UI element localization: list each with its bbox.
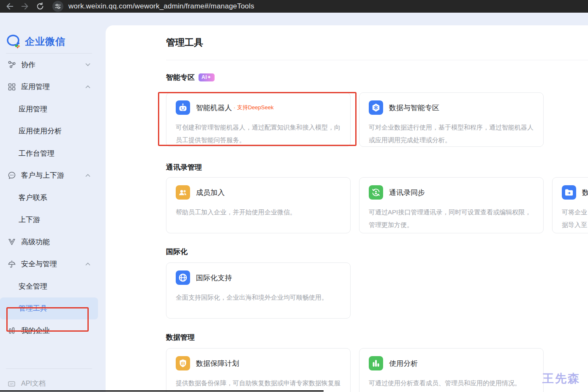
globe-icon bbox=[176, 270, 190, 285]
chevron-down-icon bbox=[85, 63, 90, 66]
sidebar-menu: 协作 应用管理 应用管理 应用使用分析 工作台管理 客户与上下游 客户联系 上下… bbox=[0, 54, 98, 342]
wework-logo: 企业微信 bbox=[6, 34, 65, 49]
site-settings-icon bbox=[54, 3, 61, 10]
browser-toolbar: work.weixin.qq.com/wework_admin/frame#/m… bbox=[0, 0, 588, 13]
bottom-edge-line bbox=[0, 390, 324, 392]
wework-logo-icon bbox=[6, 34, 22, 49]
data-import-card[interactable]: 数 可将企业 据导入至 bbox=[552, 177, 588, 233]
chevron-up-icon bbox=[85, 174, 90, 177]
sidebar-item-label: 管理工具 bbox=[19, 303, 47, 313]
sidebar-item-label: 应用使用分析 bbox=[19, 126, 62, 136]
api-doc-icon: API bbox=[8, 380, 16, 388]
sidebar-item-app-management[interactable]: 应用管理 bbox=[0, 76, 98, 98]
robot-icon bbox=[176, 100, 190, 115]
section-heading-label: 数据管理 bbox=[166, 333, 195, 342]
advanced-v-icon bbox=[8, 238, 16, 246]
card-title: 国际化支持 bbox=[196, 273, 232, 283]
card-row-internationalization: 国际化支持 全面支持国际化，企业出海和境外企业均可顺畅使用。 bbox=[166, 262, 351, 319]
chat-bubble-icon bbox=[8, 171, 16, 180]
i18n-support-card[interactable]: 国际化支持 全面支持国际化，企业出海和境外企业均可顺畅使用。 bbox=[166, 262, 351, 319]
sidebar-item-app-management-sub[interactable]: 应用管理 bbox=[0, 98, 98, 120]
sidebar-item-label: 安全与管理 bbox=[21, 259, 57, 269]
card-description: 提供数据备份保障，可自助恢复数据或申请专家数据恢复服务，全面保障企业数据 bbox=[176, 377, 341, 392]
card-title: 通讯录同步 bbox=[389, 188, 425, 197]
sidebar-item-label: 安全管理 bbox=[19, 281, 47, 291]
section-heading-data-management: 数据管理 bbox=[166, 333, 195, 342]
site-settings-button[interactable] bbox=[52, 1, 63, 12]
section-heading-label: 国际化 bbox=[166, 247, 188, 257]
sidebar-footer: API API文档 联系客服 退出 bbox=[0, 376, 98, 392]
chevron-up-icon bbox=[85, 262, 90, 266]
section-heading-ai-zone: 智能专区 AI✦ bbox=[166, 73, 215, 82]
usage-analysis-card[interactable]: 使用分析 可通过使用分析查看成员、管理员和应用的使用情况。 bbox=[359, 348, 544, 392]
sidebar-item-label: 客户联系 bbox=[19, 193, 47, 203]
page-title: 管理工具 bbox=[166, 36, 203, 49]
card-description: 可创建和管理智能机器人，通过配置知识集和接入模型，向员工提供智能问答服务。 bbox=[176, 121, 341, 146]
umbrella-icon bbox=[8, 260, 16, 268]
sidebar-item-label: 客户与上下游 bbox=[21, 170, 64, 180]
sidebar-item-collaboration[interactable]: 协作 bbox=[0, 54, 98, 76]
sidebar-item-label: 应用管理 bbox=[19, 104, 47, 114]
shield-icon bbox=[176, 356, 190, 370]
sidebar-item-label: 我的企业 bbox=[21, 326, 50, 335]
sidebar-item-label: 工作台管理 bbox=[19, 149, 54, 158]
sidebar-item-label: 协作 bbox=[21, 60, 35, 70]
sidebar-item-label: API文档 bbox=[21, 379, 46, 388]
grid-icon bbox=[8, 83, 16, 91]
deepseek-tag: · 支持DeepSeek bbox=[234, 104, 274, 111]
card-row-contacts: 成员加入 帮助员工加入企业，并开始使用企业微信。 通讯录同步 可通过API接口管… bbox=[166, 177, 588, 233]
sidebar-item-my-company[interactable]: 我的企业 bbox=[0, 319, 98, 342]
sidebar-item-customers-chain[interactable]: 客户与上下游 bbox=[0, 165, 98, 187]
section-heading-internationalization: 国际化 bbox=[166, 247, 188, 257]
sidebar-item-security-management[interactable]: 安全与管理 bbox=[0, 253, 98, 276]
data-intelligence-card[interactable]: 数据与智能专区 可对企业数据进行使用，基于模型和程序，通过智能机器人或应用调用完… bbox=[359, 92, 544, 147]
chevron-up-icon bbox=[85, 85, 90, 89]
sync-contacts-icon bbox=[369, 185, 383, 200]
card-title: 数据保障计划 bbox=[196, 359, 239, 368]
sidebar-item-app-usage-analysis[interactable]: 应用使用分析 bbox=[0, 120, 98, 143]
data-protection-card[interactable]: 数据保障计划 提供数据备份保障，可自助恢复数据或申请专家数据恢复服务，全面保障企… bbox=[166, 348, 351, 392]
reload-icon[interactable] bbox=[35, 2, 45, 11]
sidebar-item-label: 上下游 bbox=[19, 215, 40, 224]
member-join-card[interactable]: 成员加入 帮助员工加入企业，并开始使用企业微信。 bbox=[166, 177, 351, 233]
card-description: 可对企业数据进行使用，基于模型和程序，通过智能机器人或应用调用完成处理或分析。 bbox=[369, 121, 534, 146]
sidebar-item-security-admin[interactable]: 安全管理 bbox=[0, 275, 98, 297]
address-bar[interactable]: work.weixin.qq.com/wework_admin/frame#/m… bbox=[68, 2, 254, 11]
smart-robot-card[interactable]: 智能机器人 · 支持DeepSeek 可创建和管理智能机器人，通过配置知识集和接… bbox=[166, 92, 351, 147]
section-heading-contacts: 通讯录管理 bbox=[166, 162, 202, 172]
sidebar-item-label: 应用管理 bbox=[21, 82, 50, 92]
title-divider bbox=[166, 60, 588, 60]
sidebar-item-advanced-features[interactable]: 高级功能 bbox=[0, 231, 98, 253]
sidebar-item-workbench-management[interactable]: 工作台管理 bbox=[0, 142, 98, 165]
contacts-sync-card[interactable]: 通讯录同步 可通过API接口管理通讯录，同时可设置查看或编辑权限，管理更加方便。 bbox=[359, 177, 544, 233]
sidebar-divider-bottom bbox=[6, 368, 92, 369]
card-title: 数 bbox=[582, 188, 588, 197]
card-title: 智能机器人 bbox=[196, 103, 232, 113]
sidebar: 企业微信 协作 应用管理 应用管理 应用使用分析 工作台管理 客户与上下游 客户… bbox=[0, 13, 98, 392]
svg-text:API: API bbox=[10, 383, 14, 385]
sidebar-item-manage-tools[interactable]: 管理工具 bbox=[0, 297, 98, 320]
sidebar-item-up-down-stream[interactable]: 上下游 bbox=[0, 209, 98, 231]
card-description: 全面支持国际化，企业出海和境外企业均可顺畅使用。 bbox=[176, 291, 341, 304]
card-description: 可通过使用分析查看成员、管理员和应用的使用情况。 bbox=[369, 377, 534, 389]
hexagon-spark-icon bbox=[369, 100, 383, 115]
watermark-text: 王先森 bbox=[542, 371, 580, 386]
members-icon bbox=[176, 185, 190, 200]
sidebar-item-api-docs[interactable]: API API文档 bbox=[0, 376, 98, 392]
card-row-data-management: 数据保障计划 提供数据备份保障，可自助恢复数据或申请专家数据恢复服务，全面保障企… bbox=[166, 348, 544, 392]
collaboration-icon bbox=[8, 60, 16, 69]
folder-icon bbox=[562, 185, 576, 200]
wework-logo-text: 企业微信 bbox=[25, 35, 65, 48]
card-description: 可通过API接口管理通讯录，同时可设置查看或编辑权限，管理更加方便。 bbox=[369, 206, 534, 231]
bar-chart-icon bbox=[369, 356, 383, 370]
card-row-ai-zone: 智能机器人 · 支持DeepSeek 可创建和管理智能机器人，通过配置知识集和接… bbox=[166, 92, 544, 147]
forward-icon[interactable] bbox=[20, 2, 30, 11]
section-heading-label: 通讯录管理 bbox=[166, 162, 202, 172]
ai-plus-badge: AI✦ bbox=[199, 73, 215, 81]
company-bars-icon bbox=[8, 326, 16, 335]
card-title: 成员加入 bbox=[196, 188, 225, 197]
main-panel: 管理工具 智能专区 AI✦ 智能机器人 · 支持DeepSeek 可创建和管理智… bbox=[106, 25, 588, 392]
back-icon[interactable] bbox=[5, 2, 14, 11]
sidebar-item-customer-contact[interactable]: 客户联系 bbox=[0, 187, 98, 209]
card-description: 帮助员工加入企业，并开始使用企业微信。 bbox=[176, 206, 341, 219]
